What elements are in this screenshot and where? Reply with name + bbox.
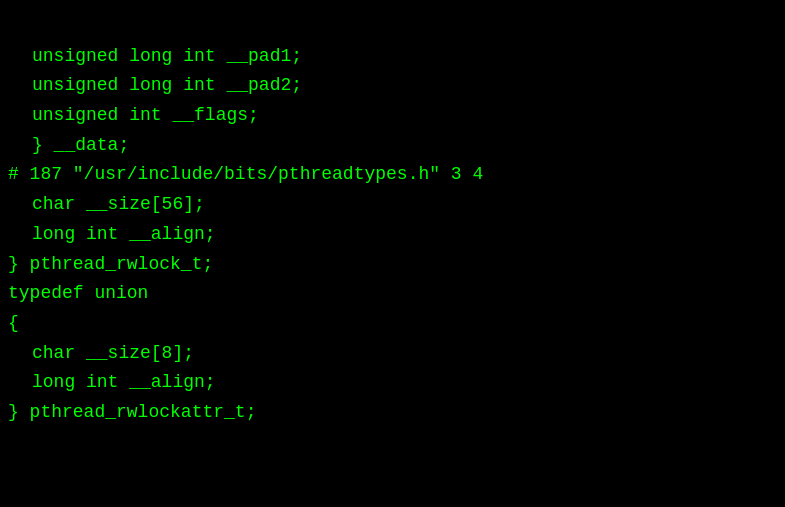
code-line: char __size[8];	[8, 339, 777, 369]
code-line: } pthread_rwlockattr_t;	[8, 398, 777, 428]
code-line: unsigned int __flags;	[8, 101, 777, 131]
code-display: unsigned long int __pad1;unsigned long i…	[0, 8, 785, 499]
code-line: # 187 "/usr/include/bits/pthreadtypes.h"…	[8, 160, 777, 190]
code-line: typedef union	[8, 279, 777, 309]
code-line: long int __align;	[8, 220, 777, 250]
code-line: unsigned long int __pad1;	[8, 42, 777, 72]
code-line: unsigned long int __pad2;	[8, 71, 777, 101]
code-line: {	[8, 309, 777, 339]
code-line: long int __align;	[8, 368, 777, 398]
code-line: } pthread_rwlock_t;	[8, 250, 777, 280]
code-line: char __size[56];	[8, 190, 777, 220]
code-line: } __data;	[8, 131, 777, 161]
